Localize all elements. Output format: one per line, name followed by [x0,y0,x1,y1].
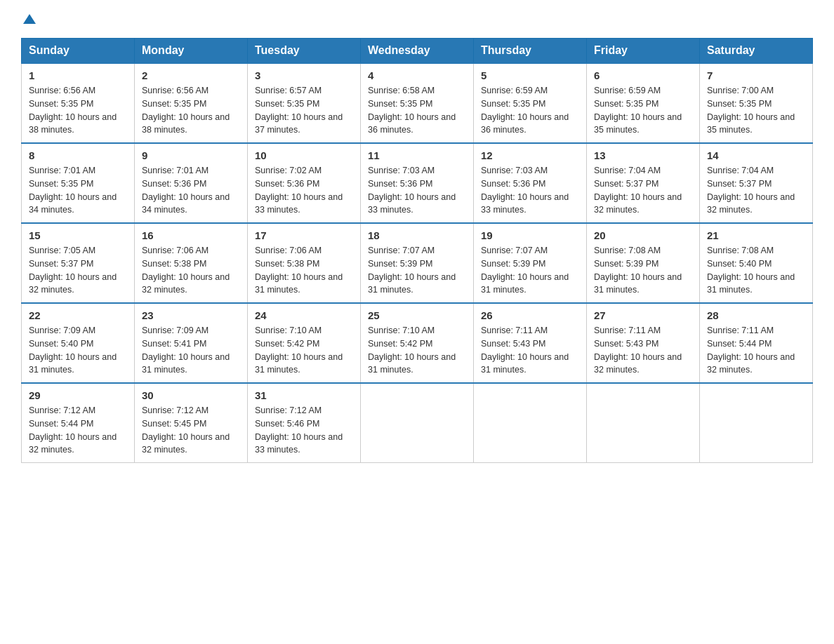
calendar-body: 1Sunrise: 6:56 AMSunset: 5:35 PMDaylight… [22,63,813,463]
day-number: 12 [481,149,579,161]
calendar-cell: 9Sunrise: 7:01 AMSunset: 5:36 PMDaylight… [135,143,248,223]
day-info: Sunrise: 7:04 AMSunset: 5:37 PMDaylight:… [707,164,805,217]
calendar-cell: 15Sunrise: 7:05 AMSunset: 5:37 PMDayligh… [22,223,135,303]
calendar-cell: 17Sunrise: 7:06 AMSunset: 5:38 PMDayligh… [248,223,361,303]
calendar-cell: 2Sunrise: 6:56 AMSunset: 5:35 PMDaylight… [135,63,248,143]
day-info: Sunrise: 6:56 AMSunset: 5:35 PMDaylight:… [142,84,240,137]
day-number: 25 [368,309,466,321]
calendar-header-thursday: Thursday [474,39,587,64]
calendar-cell: 1Sunrise: 6:56 AMSunset: 5:35 PMDaylight… [22,63,135,143]
day-info: Sunrise: 7:12 AMSunset: 5:45 PMDaylight:… [142,404,240,457]
day-number: 14 [707,149,805,161]
day-info: Sunrise: 7:06 AMSunset: 5:38 PMDaylight:… [142,244,240,297]
day-info: Sunrise: 7:09 AMSunset: 5:40 PMDaylight:… [29,324,127,377]
calendar-week-5: 29Sunrise: 7:12 AMSunset: 5:44 PMDayligh… [22,383,813,463]
calendar-cell: 16Sunrise: 7:06 AMSunset: 5:38 PMDayligh… [135,223,248,303]
day-info: Sunrise: 7:11 AMSunset: 5:43 PMDaylight:… [594,324,692,377]
calendar-cell [700,383,813,463]
calendar-week-4: 22Sunrise: 7:09 AMSunset: 5:40 PMDayligh… [22,303,813,383]
day-info: Sunrise: 7:08 AMSunset: 5:40 PMDaylight:… [707,244,805,297]
day-info: Sunrise: 7:11 AMSunset: 5:43 PMDaylight:… [481,324,579,377]
day-number: 17 [255,229,353,241]
calendar-cell: 28Sunrise: 7:11 AMSunset: 5:44 PMDayligh… [700,303,813,383]
day-number: 11 [368,149,466,161]
day-info: Sunrise: 6:59 AMSunset: 5:35 PMDaylight:… [481,84,579,137]
calendar-cell [587,383,700,463]
day-info: Sunrise: 7:03 AMSunset: 5:36 PMDaylight:… [368,164,466,217]
day-info: Sunrise: 7:11 AMSunset: 5:44 PMDaylight:… [707,324,805,377]
calendar-cell: 20Sunrise: 7:08 AMSunset: 5:39 PMDayligh… [587,223,700,303]
page-header [21,14,813,24]
day-info: Sunrise: 7:10 AMSunset: 5:42 PMDaylight:… [368,324,466,377]
logo [21,14,36,24]
calendar-cell: 11Sunrise: 7:03 AMSunset: 5:36 PMDayligh… [361,143,474,223]
calendar-cell: 24Sunrise: 7:10 AMSunset: 5:42 PMDayligh… [248,303,361,383]
calendar-cell: 3Sunrise: 6:57 AMSunset: 5:35 PMDaylight… [248,63,361,143]
calendar-cell [474,383,587,463]
day-info: Sunrise: 7:10 AMSunset: 5:42 PMDaylight:… [255,324,353,377]
day-number: 29 [29,389,127,401]
day-info: Sunrise: 7:12 AMSunset: 5:46 PMDaylight:… [255,404,353,457]
calendar-cell: 7Sunrise: 7:00 AMSunset: 5:35 PMDaylight… [700,63,813,143]
calendar-cell: 19Sunrise: 7:07 AMSunset: 5:39 PMDayligh… [474,223,587,303]
day-number: 24 [255,309,353,321]
day-info: Sunrise: 7:05 AMSunset: 5:37 PMDaylight:… [29,244,127,297]
day-info: Sunrise: 6:58 AMSunset: 5:35 PMDaylight:… [368,84,466,137]
calendar-cell [361,383,474,463]
day-number: 8 [29,149,127,161]
day-info: Sunrise: 6:59 AMSunset: 5:35 PMDaylight:… [594,84,692,137]
day-number: 10 [255,149,353,161]
calendar-cell: 6Sunrise: 6:59 AMSunset: 5:35 PMDaylight… [587,63,700,143]
day-number: 21 [707,229,805,241]
day-number: 27 [594,309,692,321]
calendar-week-1: 1Sunrise: 6:56 AMSunset: 5:35 PMDaylight… [22,63,813,143]
calendar-cell: 29Sunrise: 7:12 AMSunset: 5:44 PMDayligh… [22,383,135,463]
calendar-cell: 18Sunrise: 7:07 AMSunset: 5:39 PMDayligh… [361,223,474,303]
calendar-cell: 26Sunrise: 7:11 AMSunset: 5:43 PMDayligh… [474,303,587,383]
calendar-header-friday: Friday [587,39,700,64]
calendar-cell: 30Sunrise: 7:12 AMSunset: 5:45 PMDayligh… [135,383,248,463]
day-info: Sunrise: 7:07 AMSunset: 5:39 PMDaylight:… [368,244,466,297]
day-info: Sunrise: 7:01 AMSunset: 5:35 PMDaylight:… [29,164,127,217]
day-number: 3 [255,69,353,81]
calendar-header-monday: Monday [135,39,248,64]
day-info: Sunrise: 7:07 AMSunset: 5:39 PMDaylight:… [481,244,579,297]
day-number: 28 [707,309,805,321]
calendar-cell: 4Sunrise: 6:58 AMSunset: 5:35 PMDaylight… [361,63,474,143]
day-number: 6 [594,69,692,81]
calendar-week-3: 15Sunrise: 7:05 AMSunset: 5:37 PMDayligh… [22,223,813,303]
day-number: 5 [481,69,579,81]
day-number: 23 [142,309,240,321]
calendar-cell: 5Sunrise: 6:59 AMSunset: 5:35 PMDaylight… [474,63,587,143]
day-number: 16 [142,229,240,241]
calendar-cell: 22Sunrise: 7:09 AMSunset: 5:40 PMDayligh… [22,303,135,383]
calendar-header-wednesday: Wednesday [361,39,474,64]
day-number: 1 [29,69,127,81]
calendar-table: SundayMondayTuesdayWednesdayThursdayFrid… [21,38,813,463]
day-number: 4 [368,69,466,81]
calendar-cell: 14Sunrise: 7:04 AMSunset: 5:37 PMDayligh… [700,143,813,223]
day-number: 19 [481,229,579,241]
calendar-cell: 27Sunrise: 7:11 AMSunset: 5:43 PMDayligh… [587,303,700,383]
calendar-week-2: 8Sunrise: 7:01 AMSunset: 5:35 PMDaylight… [22,143,813,223]
day-number: 30 [142,389,240,401]
day-number: 15 [29,229,127,241]
day-info: Sunrise: 7:08 AMSunset: 5:39 PMDaylight:… [594,244,692,297]
day-info: Sunrise: 7:12 AMSunset: 5:44 PMDaylight:… [29,404,127,457]
calendar-header-sunday: Sunday [22,39,135,64]
day-number: 26 [481,309,579,321]
day-number: 13 [594,149,692,161]
day-info: Sunrise: 6:57 AMSunset: 5:35 PMDaylight:… [255,84,353,137]
day-number: 18 [368,229,466,241]
calendar-cell: 8Sunrise: 7:01 AMSunset: 5:35 PMDaylight… [22,143,135,223]
day-number: 9 [142,149,240,161]
day-number: 2 [142,69,240,81]
calendar-cell: 23Sunrise: 7:09 AMSunset: 5:41 PMDayligh… [135,303,248,383]
calendar-cell: 25Sunrise: 7:10 AMSunset: 5:42 PMDayligh… [361,303,474,383]
day-number: 7 [707,69,805,81]
day-info: Sunrise: 7:06 AMSunset: 5:38 PMDaylight:… [255,244,353,297]
calendar-cell: 10Sunrise: 7:02 AMSunset: 5:36 PMDayligh… [248,143,361,223]
calendar-header-tuesday: Tuesday [248,39,361,64]
calendar-cell: 31Sunrise: 7:12 AMSunset: 5:46 PMDayligh… [248,383,361,463]
day-info: Sunrise: 7:03 AMSunset: 5:36 PMDaylight:… [481,164,579,217]
